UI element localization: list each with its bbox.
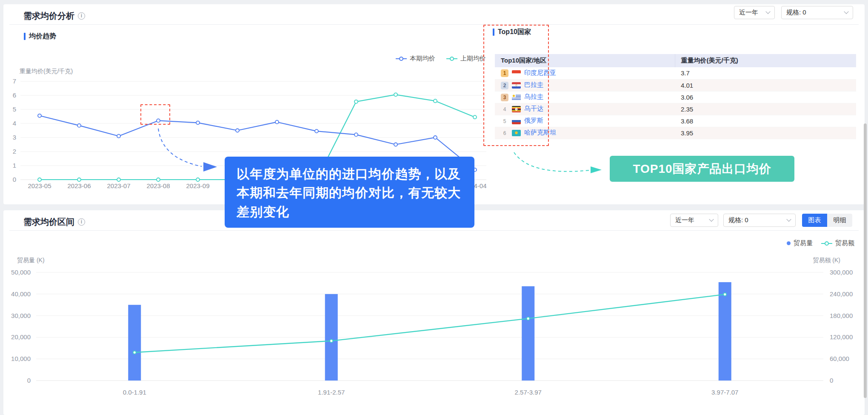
svg-text:2: 2 [13, 148, 16, 155]
svg-text:3.97-7.07: 3.97-7.07 [711, 389, 738, 396]
svg-text:0: 0 [13, 176, 16, 183]
svg-text:30,000: 30,000 [11, 312, 31, 319]
price-value-cell: 2.35 [675, 103, 856, 115]
svg-text:1.91-2.57: 1.91-2.57 [318, 389, 345, 396]
table-row: 4乌干达2.35 [495, 103, 856, 115]
page-title: 需求均价分析 [23, 10, 74, 22]
table-row: 5俄罗斯3.68 [495, 115, 856, 127]
line-marker-icon [396, 58, 407, 59]
line-marker-icon [446, 58, 457, 59]
svg-text:3: 3 [13, 134, 16, 141]
trend-subtitle: 均价趋势 [24, 32, 56, 41]
table-header-row: Top10国家/地区 重量均价(美元/千克) [495, 54, 856, 67]
page-scrollbar[interactable] [864, 123, 867, 398]
price-value-cell: 3.68 [675, 115, 856, 127]
chevron-down-icon [709, 217, 714, 221]
table-row: 2巴拉圭4.01 [495, 79, 856, 91]
chevron-down-icon [765, 9, 770, 14]
svg-text:2023-08: 2023-08 [146, 182, 170, 189]
svg-text:10,000: 10,000 [11, 355, 31, 362]
period-select-2-value: 近一年 [675, 216, 694, 224]
period-select-2[interactable]: 近一年 [670, 214, 718, 227]
price-value-cell: 3.95 [675, 127, 856, 139]
section1-title-row: 需求均价分析 i [23, 10, 85, 22]
svg-text:120,000: 120,000 [830, 333, 853, 341]
price-value-cell: 3.06 [675, 91, 856, 103]
price-value-cell: 4.01 [675, 79, 856, 91]
svg-text:5: 5 [13, 106, 16, 113]
svg-text:1: 1 [13, 162, 16, 169]
top10-table-wrap: Top10国家/地区 重量均价(美元/千克) 1印度尼西亚3.72巴拉圭4.01… [495, 54, 856, 139]
svg-text:240,000: 240,000 [830, 290, 853, 298]
svg-text:0.0-1.91: 0.0-1.91 [123, 389, 146, 396]
blue-annotation-note: 以年度为单位的的进口均价趋势，以及本期和去年同期的均价对比，有无较大差别变化 [225, 157, 474, 228]
table-row: 1印度尼西亚3.7 [495, 67, 856, 79]
svg-text:20,000: 20,000 [11, 333, 31, 341]
price-range-chart[interactable]: 0010,00060,00020,000120,00030,000180,000… [0, 238, 868, 415]
svg-text:6: 6 [13, 92, 16, 99]
svg-text:300,000: 300,000 [830, 269, 853, 276]
svg-text:60,000: 60,000 [830, 355, 849, 362]
detail-view-button[interactable]: 明细 [827, 214, 852, 227]
svg-text:180,000: 180,000 [830, 312, 853, 319]
trend-legend: 本期均价 上期均价 [396, 54, 486, 63]
accent-bar [24, 33, 26, 40]
table-row: 3乌拉圭3.06 [495, 91, 856, 103]
divider [9, 24, 859, 25]
svg-text:7: 7 [13, 77, 16, 85]
svg-text:4: 4 [13, 120, 16, 127]
spec-select-value: 规格: 0 [786, 9, 806, 17]
spec-select[interactable]: 规格: 0 [781, 6, 853, 19]
section2-title: 需求均价区间 [23, 216, 74, 228]
svg-text:2023-06: 2023-06 [67, 182, 91, 189]
chevron-down-icon [844, 9, 848, 14]
chevron-down-icon [786, 217, 791, 221]
info-icon[interactable]: i [78, 218, 85, 226]
info-icon[interactable]: i [78, 12, 85, 20]
table-row: 6哈萨克斯坦3.95 [495, 127, 856, 139]
svg-text:40,000: 40,000 [11, 290, 31, 298]
svg-text:0: 0 [27, 377, 31, 384]
period-select-value: 近一年 [739, 9, 758, 17]
spec-select-2-value: 规格: 0 [728, 216, 748, 224]
price-value-cell: 3.7 [675, 67, 856, 79]
spec-select-2[interactable]: 规格: 0 [723, 214, 796, 227]
view-toggle: 图表 明细 [802, 214, 852, 227]
highlight-box-datapoint [140, 104, 170, 125]
svg-text:重量均价(美元/千克): 重量均价(美元/千克) [20, 68, 73, 74]
section2-title-row: 需求均价区间 i [23, 216, 85, 228]
svg-text:贸易额 (K): 贸易额 (K) [813, 257, 840, 263]
chart-view-button[interactable]: 图表 [802, 214, 827, 227]
col-header-price: 重量均价(美元/千克) [675, 54, 856, 67]
svg-text:2023-05: 2023-05 [28, 182, 51, 189]
top10-table: Top10国家/地区 重量均价(美元/千克) 1印度尼西亚3.72巴拉圭4.01… [495, 54, 856, 139]
legend-item-previous[interactable]: 上期均价 [446, 54, 486, 63]
divider [9, 230, 859, 231]
highlight-box-top10 [483, 25, 549, 146]
svg-text:2023-09: 2023-09 [186, 182, 209, 189]
svg-text:2.57-3.97: 2.57-3.97 [515, 389, 542, 396]
svg-text:0: 0 [830, 377, 833, 384]
teal-annotation-note: TOP10国家产品出口均价 [610, 156, 794, 182]
svg-text:50,000: 50,000 [11, 269, 31, 276]
period-select[interactable]: 近一年 [734, 6, 775, 19]
svg-text:贸易量 (K): 贸易量 (K) [17, 257, 45, 263]
svg-text:2023-07: 2023-07 [107, 182, 130, 189]
legend-item-current[interactable]: 本期均价 [396, 54, 435, 63]
